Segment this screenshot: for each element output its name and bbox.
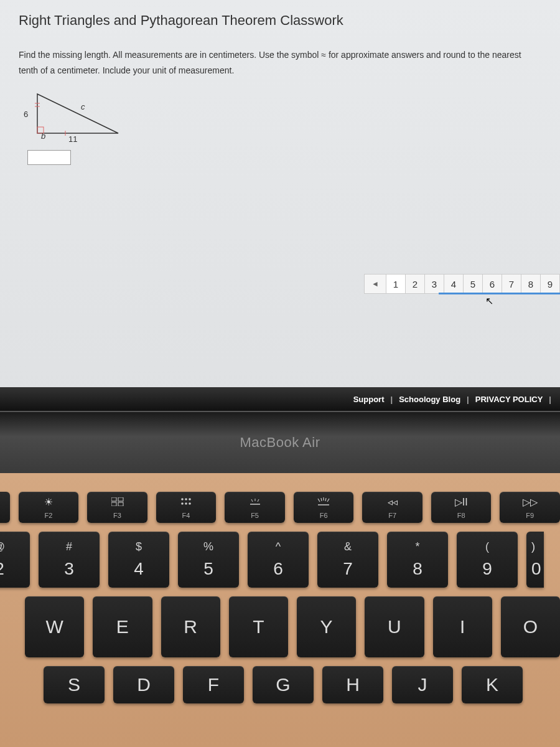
- key-s[interactable]: S: [44, 666, 105, 703]
- key-f4[interactable]: F4: [156, 492, 217, 523]
- qwerty-row: W E R T Y U I O: [0, 596, 560, 657]
- instructions-text: Find the missing length. All measurement…: [19, 47, 541, 78]
- asdf-row: S D F G H J K: [0, 666, 560, 703]
- page-button-8[interactable]: 8: [521, 274, 541, 294]
- key-3[interactable]: # 3: [39, 532, 100, 588]
- key-e[interactable]: E: [93, 596, 152, 657]
- svg-point-12: [181, 502, 184, 505]
- svg-point-11: [189, 498, 191, 500]
- key-g[interactable]: G: [253, 666, 314, 703]
- key-j[interactable]: J: [392, 666, 453, 703]
- key-y[interactable]: Y: [297, 596, 356, 657]
- label-vertical-leg: 6: [24, 110, 28, 119]
- mission-control-icon: [111, 496, 124, 508]
- svg-line-16: [251, 499, 253, 502]
- svg-line-18: [258, 499, 259, 502]
- rewind-icon: ◃◃: [388, 496, 398, 508]
- key-7[interactable]: & 7: [317, 532, 378, 588]
- svg-point-13: [185, 502, 187, 505]
- key-i[interactable]: I: [433, 596, 492, 657]
- svg-point-14: [189, 502, 191, 505]
- svg-line-21: [321, 498, 322, 501]
- brightness-up-icon: ☀: [44, 496, 53, 508]
- key-5[interactable]: % 5: [178, 532, 239, 588]
- page-prev-button[interactable]: ◄: [364, 274, 386, 294]
- key-f7[interactable]: ◃◃ F7: [362, 492, 422, 523]
- key-0-partial[interactable]: ) 0: [526, 532, 544, 588]
- page-button-9[interactable]: 9: [540, 274, 560, 294]
- triangle-diagram: 6 c b 11: [19, 91, 131, 172]
- footer-sep: |: [391, 395, 393, 404]
- pagination: ◄ 1 2 3 4 5 6 ↖ 7 8 9: [365, 274, 560, 294]
- svg-point-10: [185, 498, 187, 500]
- footer-link-blog[interactable]: Schoology Blog: [399, 395, 460, 404]
- key-h[interactable]: H: [322, 666, 383, 703]
- key-k[interactable]: K: [462, 666, 523, 703]
- svg-rect-7: [111, 502, 116, 506]
- page-button-2[interactable]: 2: [405, 274, 425, 294]
- footer-link-privacy[interactable]: PRIVACY POLICY: [475, 395, 543, 404]
- footer-sep: |: [549, 395, 551, 404]
- page-button-6[interactable]: 6: [482, 274, 502, 294]
- svg-marker-0: [37, 94, 118, 133]
- key-t[interactable]: T: [229, 596, 288, 657]
- svg-line-20: [318, 499, 320, 502]
- page-button-4[interactable]: 4: [444, 274, 464, 294]
- page-button-1[interactable]: 1: [386, 274, 406, 294]
- key-w[interactable]: W: [25, 596, 84, 657]
- number-row: @ 2 # 3 $ 4 % 5 ^ 6 & 7 * 8 ( 9: [0, 532, 560, 588]
- key-4[interactable]: $ 4: [108, 532, 169, 588]
- keyboard-deck: ☀ F2 F3 F4 F5 F6 ◃◃: [0, 473, 560, 747]
- page-button-7[interactable]: 7: [502, 274, 521, 294]
- key-f9[interactable]: ▷▷ F9: [500, 492, 560, 523]
- svg-rect-5: [111, 497, 116, 501]
- keyboard-backlight-up-icon: [317, 496, 330, 508]
- svg-line-24: [327, 499, 329, 502]
- key-f8[interactable]: ▷II F8: [431, 492, 492, 523]
- key-o[interactable]: O: [501, 596, 560, 657]
- key-f6[interactable]: F6: [294, 492, 354, 523]
- svg-rect-6: [118, 497, 123, 501]
- fn-row: ☀ F2 F3 F4 F5 F6 ◃◃: [0, 492, 560, 523]
- key-2[interactable]: @ 2: [0, 532, 30, 588]
- key-f2[interactable]: ☀ F2: [19, 492, 79, 523]
- svg-rect-8: [118, 502, 123, 506]
- page-underline: [439, 293, 560, 294]
- fast-forward-icon: ▷▷: [523, 496, 538, 508]
- key-6[interactable]: ^ 6: [248, 532, 309, 588]
- answer-input[interactable]: [27, 150, 71, 165]
- laptop-name: MacBook Air: [240, 435, 320, 451]
- footer-sep: |: [467, 395, 469, 404]
- cursor-icon: ↖: [485, 295, 493, 307]
- keyboard-backlight-down-icon: [249, 496, 261, 508]
- key-9[interactable]: ( 9: [457, 532, 518, 588]
- key-r[interactable]: R: [161, 596, 220, 657]
- footer-bar: Support | Schoology Blog | PRIVACY POLIC…: [0, 387, 560, 411]
- page-button-3[interactable]: 3: [424, 274, 444, 294]
- key-partial-left[interactable]: [0, 492, 10, 523]
- label-hypotenuse: c: [81, 102, 85, 111]
- label-horizontal-leg: 11: [68, 134, 77, 144]
- page-title: Right Triangles and Pythagorean Theorem …: [19, 12, 541, 29]
- label-base: b: [41, 131, 45, 141]
- svg-line-23: [325, 498, 326, 501]
- key-u[interactable]: U: [365, 596, 424, 657]
- key-f[interactable]: F: [183, 666, 244, 703]
- play-pause-icon: ▷II: [455, 496, 468, 508]
- key-8[interactable]: * 8: [387, 532, 448, 588]
- svg-point-9: [181, 498, 184, 500]
- launchpad-icon: [180, 496, 192, 508]
- page-button-5[interactable]: 5: [463, 274, 483, 294]
- key-f5[interactable]: F5: [225, 492, 285, 523]
- laptop-bezel: MacBook Air: [0, 411, 560, 473]
- footer-link-support[interactable]: Support: [353, 395, 385, 404]
- key-f3[interactable]: F3: [87, 492, 147, 523]
- key-d[interactable]: D: [113, 666, 174, 703]
- screen-content: Right Triangles and Pythagorean Theorem …: [0, 0, 560, 411]
